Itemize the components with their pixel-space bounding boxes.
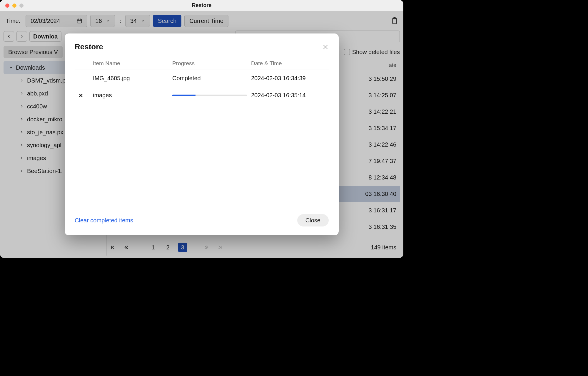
file-date: 3 16:31:35	[368, 224, 396, 230]
tree-item-label: DSM7_vdsm.p	[27, 77, 66, 84]
checkbox-icon	[344, 49, 350, 55]
restore-item-name: images	[93, 92, 172, 99]
chevron-right-icon	[20, 143, 24, 147]
modal-col-date: Date & Time	[251, 60, 329, 67]
restore-progress: Completed	[172, 75, 251, 82]
page-3[interactable]: 3	[178, 243, 187, 252]
chevron-right-icon	[20, 130, 24, 134]
modal-header: Restore	[75, 42, 329, 51]
date-value: 02/03/2024	[31, 18, 60, 24]
file-date: 03 16:30:40	[365, 191, 396, 197]
tree-item-label: synology_apli	[27, 142, 63, 149]
date-column-header[interactable]: ate	[389, 62, 396, 68]
chevron-right-icon	[20, 169, 24, 173]
file-date: 8 12:34:48	[368, 174, 396, 181]
restore-date: 2024-02-03 16:34:39	[251, 75, 329, 82]
chevron-right-icon	[20, 118, 24, 121]
file-date: 3 14:25:07	[368, 92, 396, 99]
tree-item-label: BeeStation-1.	[27, 168, 63, 174]
file-date: 3 14:22:21	[368, 108, 396, 115]
pager: 1 2 3 149 items	[110, 241, 396, 254]
chevron-down-icon	[9, 66, 13, 70]
restore-row: IMG_4605.jpgCompleted2024-02-03 16:34:39	[75, 70, 329, 87]
hour-value: 16	[95, 18, 102, 24]
last-page-icon[interactable]	[217, 245, 225, 250]
search-button-label: Search	[158, 18, 176, 24]
modal-title: Restore	[75, 42, 103, 51]
close-button[interactable]: Close	[297, 214, 329, 226]
progress-bar	[172, 95, 247, 96]
cancel-icon[interactable]	[78, 93, 83, 98]
tree-item-label: images	[27, 155, 46, 162]
chevron-down-icon	[141, 19, 145, 23]
chevron-right-icon	[20, 92, 24, 95]
tree-item-label: abb.pxd	[27, 90, 48, 97]
page-2[interactable]: 2	[163, 243, 173, 252]
next-page-icon[interactable]	[204, 245, 212, 250]
chevron-right-icon	[20, 105, 24, 108]
breadcrumb-label: Downloa	[33, 33, 58, 40]
file-date: 3 15:34:17	[368, 125, 396, 132]
browse-versions-button[interactable]: Browse Previous V	[4, 46, 63, 58]
restore-date: 2024-02-03 16:35:14	[251, 92, 329, 99]
prev-page-icon[interactable]	[124, 245, 132, 250]
modal-col-item: Item Name	[93, 60, 172, 67]
time-toolbar: Time: 02/03/2024 16 : 34 S	[4, 15, 400, 27]
tree-item-label: sto_je_nas.px	[27, 129, 63, 136]
hour-select[interactable]: 16	[90, 15, 115, 27]
app-window: Restore Time: 02/03/2024 16 : 34	[0, 0, 403, 258]
first-page-icon[interactable]	[110, 245, 118, 250]
file-date: 3 15:50:29	[368, 75, 396, 82]
file-date: 7 19:47:37	[368, 158, 396, 164]
minute-select[interactable]: 34	[125, 15, 150, 27]
file-date: 3 14:22:46	[368, 141, 396, 148]
minute-value: 34	[130, 18, 137, 24]
clear-completed-link[interactable]: Clear completed items	[75, 217, 133, 224]
date-picker[interactable]: 02/03/2024	[26, 15, 87, 27]
modal-table-header: Item Name Progress Date & Time	[75, 60, 329, 70]
search-button[interactable]: Search	[153, 15, 181, 27]
file-date: 3 16:31:17	[368, 207, 396, 214]
time-colon: :	[118, 18, 122, 24]
close-icon[interactable]	[322, 44, 329, 50]
current-time-button[interactable]: Current Time	[184, 15, 228, 27]
modal-col-progress: Progress	[172, 60, 251, 67]
calendar-icon	[76, 18, 82, 24]
chevron-right-icon	[20, 79, 24, 82]
window-title: Restore	[0, 2, 403, 9]
tree-item-label: cc400w	[27, 103, 47, 110]
titlebar: Restore	[0, 0, 403, 11]
restore-item-name: IMG_4605.jpg	[93, 75, 172, 82]
tree-root-label: Downloads	[16, 64, 45, 71]
tree-item-label: docker_mikro	[27, 116, 62, 123]
items-count: 149 items	[371, 244, 396, 251]
time-label: Time:	[4, 18, 23, 24]
current-time-label: Current Time	[189, 18, 223, 24]
restore-row: images2024-02-03 16:35:14	[75, 87, 329, 104]
show-deleted-label: Show deleted files	[352, 49, 400, 56]
back-button[interactable]	[4, 31, 14, 42]
clipboard-icon[interactable]	[389, 16, 400, 26]
restore-modal: Restore Item Name Progress Date & Time I…	[65, 33, 339, 235]
close-button-label: Close	[305, 217, 320, 224]
modal-footer: Clear completed items Close	[75, 214, 329, 226]
page-1[interactable]: 1	[148, 243, 158, 252]
forward-button[interactable]	[16, 31, 27, 42]
svg-rect-0	[77, 19, 82, 23]
restore-progress	[172, 95, 251, 96]
breadcrumb[interactable]: Downloa	[29, 31, 61, 42]
show-deleted-toggle[interactable]: Show deleted files	[344, 49, 400, 56]
chevron-down-icon	[106, 19, 110, 23]
chevron-right-icon	[20, 156, 24, 160]
browse-versions-label: Browse Previous V	[8, 49, 58, 56]
